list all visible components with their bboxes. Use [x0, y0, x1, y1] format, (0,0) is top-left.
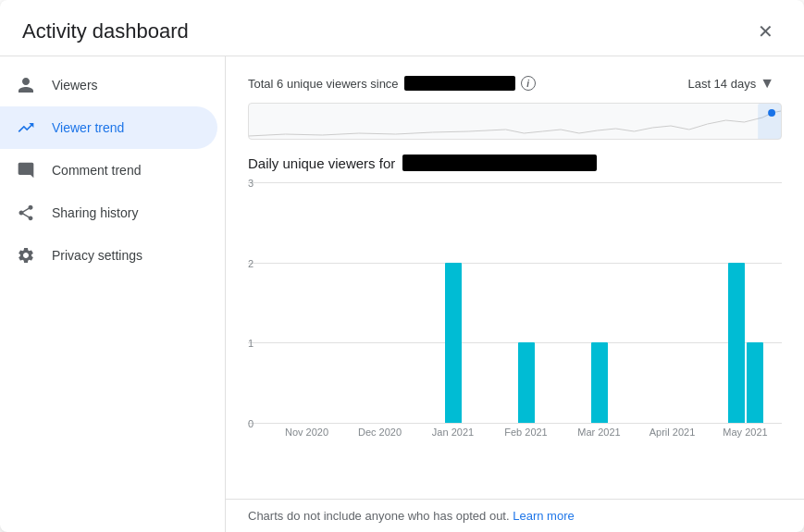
- y-label-0: 0: [248, 418, 254, 429]
- activity-dashboard-dialog: Activity dashboard ✕ Viewers Viewer tren…: [0, 0, 804, 532]
- svg-rect-1: [758, 104, 781, 140]
- learn-more-link[interactable]: Learn more: [513, 509, 574, 523]
- sidebar-item-privacy-settings-label: Privacy settings: [52, 248, 142, 263]
- bar-group-dec2020: [343, 182, 416, 423]
- x-label-jan2021: Jan 2021: [416, 427, 489, 438]
- header-row: Total 6 unique viewers since i Last 14 d…: [248, 71, 782, 95]
- bar-group-nov2020: [270, 182, 343, 423]
- bar-group-feb2021: [489, 182, 563, 423]
- sidebar-item-sharing-history-label: Sharing history: [52, 205, 138, 220]
- bar-feb2021-1: [518, 342, 535, 423]
- bar-mar2021-1: [591, 342, 608, 423]
- sidebar-item-viewers[interactable]: Viewers: [0, 64, 217, 106]
- main-content: Total 6 unique viewers since i Last 14 d…: [226, 56, 804, 499]
- dialog-title: Activity dashboard: [22, 19, 189, 43]
- redacted-doc-title: [402, 155, 597, 171]
- sidebar-item-viewers-label: Viewers: [52, 78, 98, 93]
- date-filter[interactable]: Last 14 days ▼: [680, 71, 782, 95]
- bar-group-april2021: [636, 182, 709, 423]
- x-label-may2021: May 2021: [709, 427, 782, 438]
- sidebar-item-privacy-settings[interactable]: Privacy settings: [0, 234, 217, 277]
- chart-title: Daily unique viewers for: [248, 155, 782, 171]
- x-label-feb2021: Feb 2021: [489, 427, 563, 438]
- bar-group-mar2021: [563, 182, 636, 423]
- x-label-dec2020: Dec 2020: [343, 427, 416, 438]
- dialog-body: Viewers Viewer trend Comment trend: [0, 56, 804, 532]
- footer-bar: Charts do not include anyone who has opt…: [226, 499, 804, 532]
- comment-icon: [15, 159, 37, 181]
- close-button[interactable]: ✕: [748, 15, 782, 48]
- settings-icon: [15, 244, 37, 266]
- total-viewers-prefix: Total 6 unique viewers since: [248, 77, 399, 91]
- y-label-2: 2: [248, 258, 254, 269]
- share-icon: [15, 202, 37, 224]
- sidebar-item-sharing-history[interactable]: Sharing history: [0, 192, 217, 234]
- x-labels: Nov 2020 Dec 2020 Jan 2021 Feb 2021 Mar …: [248, 427, 782, 438]
- chart-title-prefix: Daily unique viewers for: [248, 155, 395, 171]
- bar-group-may2021: [709, 182, 782, 423]
- sidebar-item-comment-trend[interactable]: Comment trend: [0, 149, 217, 192]
- date-filter-label: Last 14 days: [687, 77, 756, 91]
- bar-group-jan2021: [416, 182, 489, 423]
- bars-area: [270, 182, 782, 423]
- bar-may2021-1: [728, 263, 745, 423]
- bar-may2021-2: [747, 342, 763, 423]
- grid-line-0: 0: [248, 423, 782, 424]
- x-label-april2021: April 2021: [636, 427, 709, 438]
- sidebar: Viewers Viewer trend Comment trend: [0, 56, 226, 532]
- total-viewers-text: Total 6 unique viewers since i: [248, 76, 536, 91]
- x-label-mar2021: Mar 2021: [563, 427, 636, 438]
- bar-chart: 3 2 1 0: [248, 182, 782, 484]
- bar-jan2021-1: [445, 263, 462, 423]
- trending-up-icon: [15, 117, 37, 139]
- sparkline-chart: [249, 104, 781, 140]
- sidebar-item-comment-trend-label: Comment trend: [52, 163, 141, 178]
- y-label-1: 1: [248, 338, 254, 349]
- chevron-down-icon: ▼: [760, 75, 774, 92]
- footer-text: Charts do not include anyone who has opt…: [248, 509, 510, 523]
- person-icon: [15, 74, 37, 96]
- sparkline-container: [248, 103, 782, 140]
- x-label-nov2020: Nov 2020: [270, 427, 343, 438]
- redacted-date: [404, 76, 515, 91]
- close-icon: ✕: [758, 20, 773, 43]
- sidebar-item-viewer-trend-label: Viewer trend: [52, 120, 124, 135]
- info-icon[interactable]: i: [521, 76, 536, 91]
- sidebar-item-viewer-trend[interactable]: Viewer trend: [0, 106, 217, 149]
- y-label-3: 3: [248, 178, 254, 189]
- dialog-header: Activity dashboard ✕: [0, 0, 804, 56]
- chart-area: 3 2 1 0: [248, 182, 782, 423]
